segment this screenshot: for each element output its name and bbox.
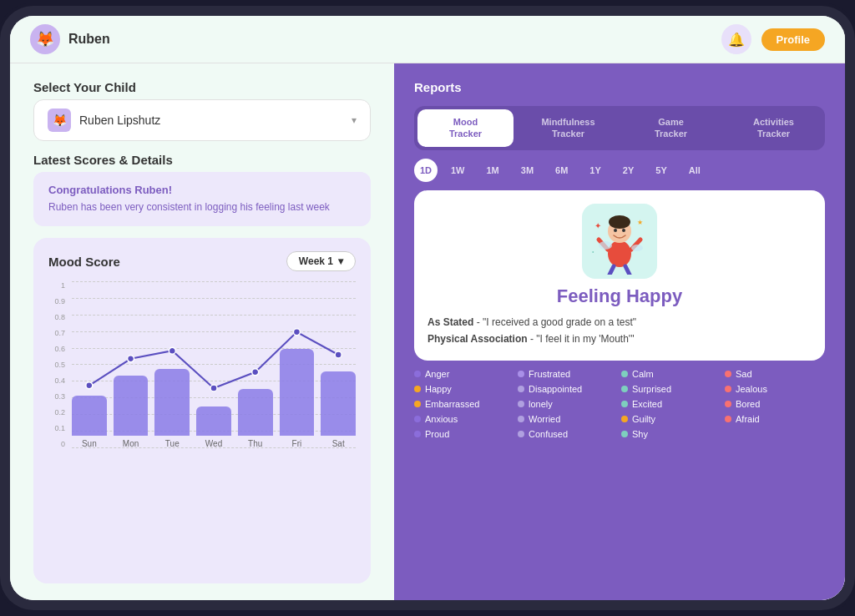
emotion-dot	[518, 416, 524, 422]
emotion-label: Bored	[736, 399, 760, 409]
select-child-title: Select Your Child	[33, 80, 371, 94]
chart-bar	[280, 349, 315, 436]
time-range-1y[interactable]: 1Y	[581, 162, 609, 179]
emotion-dot	[414, 401, 421, 407]
emotion-item: lonely	[518, 399, 618, 409]
chart-bar	[154, 369, 190, 436]
emotion-label: Happy	[425, 384, 452, 394]
emotion-label: Disappointed	[529, 384, 582, 394]
y-label-09: 0.9	[48, 297, 65, 305]
tablet-frame: 🦊 Ruben 🔔 Profile Select Your Child 🦊 Ru…	[10, 16, 845, 600]
emotion-item: Guilty	[621, 414, 721, 424]
bar-day-label: Sat	[332, 439, 345, 448]
emotion-dot	[621, 401, 628, 407]
feeling-details: As Stated - "I received a good grade on …	[428, 314, 812, 348]
emotion-label: Shy	[632, 429, 648, 439]
right-panel: Reports MoodTracker MindfulnessTracker G…	[394, 63, 845, 600]
time-range-3m[interactable]: 3M	[513, 162, 542, 179]
y-label-08: 0.8	[48, 313, 65, 321]
bar-group: Fri	[280, 281, 315, 448]
time-range-1w[interactable]: 1W	[443, 162, 473, 179]
emotion-label: Calm	[632, 369, 654, 379]
chart-bars-container: SunMonTueWedThuFriSat	[72, 281, 356, 465]
time-range-2y[interactable]: 2Y	[615, 162, 642, 179]
emotion-item: Calm	[621, 369, 721, 379]
feeling-illustration-svg: ✦ ★ •	[590, 208, 649, 275]
emotion-dot	[725, 401, 731, 407]
svg-line-8	[625, 266, 630, 275]
bar-day-label: Fri	[292, 439, 302, 448]
emotion-dot	[414, 431, 421, 437]
time-range-all[interactable]: All	[680, 162, 709, 179]
svg-point-13	[631, 245, 643, 251]
left-panel: Select Your Child 🦊 Ruben Lipshutz ▾ Lat…	[10, 63, 394, 600]
emotion-label: Proud	[425, 429, 449, 439]
y-label-06: 0.6	[48, 345, 65, 353]
time-range-1m[interactable]: 1M	[478, 162, 508, 179]
week-chevron-icon: ▾	[338, 255, 343, 267]
week-selector[interactable]: Week 1 ▾	[286, 251, 356, 271]
emotion-label: Anxious	[425, 414, 458, 424]
svg-line-7	[610, 266, 614, 275]
emotions-grid: AngerFrustratedCalmSadHappyDisappointedS…	[414, 369, 825, 439]
feeling-illustration: ✦ ★ •	[582, 204, 657, 279]
bar-day-label: Mon	[123, 439, 139, 448]
emotion-item: Confused	[518, 429, 618, 439]
congrats-card: Congratulations Ruben! Ruben has been ve…	[33, 172, 371, 226]
y-label-02: 0.2	[48, 408, 65, 417]
emotion-dot	[518, 401, 524, 407]
emotion-item: Bored	[725, 399, 825, 409]
emotion-item: Anxious	[414, 414, 514, 424]
emotion-item: Proud	[414, 429, 514, 439]
emotion-item: Happy	[414, 384, 514, 394]
child-name: Ruben Lipshutz	[79, 114, 343, 127]
y-label-01: 0.1	[48, 424, 65, 432]
child-avatar: 🦊	[48, 109, 71, 132]
feeling-card: ✦ ★ • Feeling Happy As Stated - "I recei…	[414, 190, 825, 361]
svg-text:•: •	[592, 249, 594, 255]
svg-point-2	[609, 215, 630, 229]
emotion-label: Jealous	[736, 384, 767, 394]
svg-point-4	[622, 229, 625, 232]
tab-game-tracker[interactable]: GameTracker	[623, 109, 719, 147]
feeling-title: Feeling Happy	[557, 285, 682, 307]
emotion-label: Confused	[529, 429, 568, 439]
bar-group: Sat	[321, 281, 356, 448]
emotion-dot	[518, 371, 524, 377]
time-range-5y[interactable]: 5Y	[647, 162, 675, 179]
bar-day-label: Wed	[205, 439, 222, 448]
chevron-down-icon: ▾	[352, 114, 357, 126]
mood-score-card: Mood Score Week 1 ▾ 0 0.1 0.2 0.3 0.4 0.…	[33, 238, 371, 583]
child-selector[interactable]: 🦊 Ruben Lipshutz ▾	[33, 99, 371, 141]
time-range-6m[interactable]: 6M	[547, 162, 576, 179]
svg-text:★: ★	[637, 219, 643, 226]
bar-group: Sun	[72, 281, 107, 448]
mood-score-title: Mood Score	[48, 255, 120, 269]
top-bar: 🦊 Ruben 🔔 Profile	[10, 16, 845, 63]
tab-mood-tracker[interactable]: MoodTracker	[417, 109, 514, 147]
chart-y-labels: 0 0.1 0.2 0.3 0.4 0.5 0.6 0.7 0.8 0.9 1	[48, 281, 65, 448]
svg-point-12	[599, 241, 612, 250]
emotion-label: Guilty	[632, 414, 655, 424]
time-range-1d[interactable]: 1D	[414, 159, 438, 182]
chart-bar	[238, 389, 273, 436]
y-label-1: 1	[48, 281, 65, 290]
latest-scores-section: Latest Scores & Details Congratulations …	[33, 153, 371, 226]
mood-chart: 0 0.1 0.2 0.3 0.4 0.5 0.6 0.7 0.8 0.9 1	[48, 281, 356, 465]
latest-scores-title: Latest Scores & Details	[33, 153, 371, 167]
bell-button[interactable]: 🔔	[721, 24, 751, 54]
chart-bar	[321, 371, 356, 436]
emotion-dot	[621, 371, 628, 377]
chart-bar	[72, 396, 107, 436]
user-info: 🦊 Ruben	[30, 24, 110, 54]
tab-mindfulness-tracker[interactable]: MindfulnessTracker	[520, 109, 616, 147]
emotion-dot	[725, 371, 731, 377]
profile-button[interactable]: Profile	[761, 28, 825, 51]
emotion-dot	[621, 386, 628, 392]
svg-point-3	[614, 229, 617, 232]
tab-activities-tracker[interactable]: ActivitiesTracker	[726, 109, 822, 147]
emotion-item: Surprised	[621, 384, 721, 394]
emotion-label: Sad	[736, 369, 752, 379]
emotion-item: Embarrassed	[414, 399, 514, 409]
y-label-0: 0	[48, 440, 65, 448]
